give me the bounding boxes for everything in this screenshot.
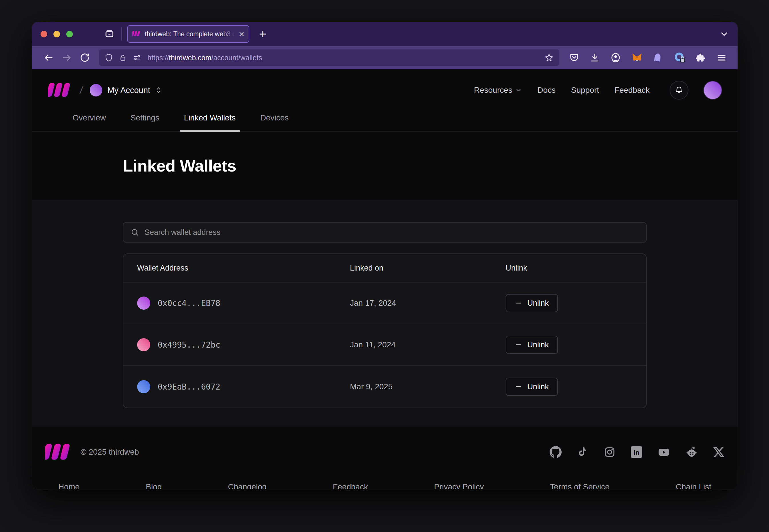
wallet-avatar [137, 297, 150, 310]
reddit-icon[interactable] [686, 446, 698, 458]
footer-link-changelog[interactable]: Changelog [228, 482, 267, 489]
linked-on-cell: Jan 17, 2024 [350, 299, 506, 308]
browser-window: thirdweb: The complete web3 de × + [32, 22, 738, 489]
nav-feedback[interactable]: Feedback [615, 86, 650, 95]
wallet-avatar [137, 338, 150, 351]
tab-title: thirdweb: The complete web3 de [145, 30, 235, 38]
user-avatar[interactable] [704, 81, 722, 99]
browser-toolbar: https://thirdweb.com/account/wallets [32, 46, 738, 69]
footer-link-blog[interactable]: Blog [146, 482, 162, 489]
github-icon[interactable] [549, 446, 561, 458]
notifications-button[interactable] [670, 81, 689, 100]
tab-settings[interactable]: Settings [126, 113, 163, 131]
permissions-icon[interactable] [132, 53, 142, 62]
thirdweb-footer-logo[interactable] [45, 443, 72, 461]
pocket-icon[interactable] [569, 53, 579, 63]
chevron-down-icon [515, 87, 522, 94]
tab-close-icon[interactable]: × [239, 29, 244, 39]
svg-text:in: in [634, 449, 639, 456]
lock-icon[interactable] [119, 54, 127, 62]
minus-icon [515, 383, 522, 390]
table-row: 0x0cc4...EB78 Jan 17, 2024 Unlink [123, 283, 646, 324]
nav-support[interactable]: Support [571, 86, 599, 95]
close-window-button[interactable] [41, 31, 47, 37]
nav-resources[interactable]: Resources [474, 86, 522, 95]
copyright-text: © 2025 thirdweb [80, 448, 139, 457]
column-wallet-address: Wallet Address [137, 264, 350, 273]
url-path: /account/wallets [212, 54, 262, 62]
password-manager-extension-icon[interactable] [674, 52, 686, 63]
header-nav: Resources Docs Support Feedback [474, 81, 722, 100]
minimize-window-button[interactable] [53, 31, 60, 37]
extensions-puzzle-icon[interactable] [696, 53, 706, 63]
tracking-shield-icon[interactable] [104, 53, 113, 62]
social-links: in [549, 446, 724, 458]
phantom-extension-icon[interactable] [653, 52, 664, 63]
url-bar[interactable]: https://thirdweb.com/account/wallets [99, 49, 559, 66]
x-icon[interactable] [713, 446, 724, 458]
column-unlink: Unlink [506, 264, 633, 273]
footer-link-chain-list[interactable]: Chain List [676, 482, 711, 489]
menu-hamburger-icon[interactable] [716, 53, 727, 63]
footer-link-terms-of-service[interactable]: Terms of Service [550, 482, 610, 489]
account-avatar [90, 84, 102, 96]
tab-overview[interactable]: Overview [68, 113, 110, 131]
table-row: 0x4995...72bc Jan 11, 2024 Unlink [123, 324, 646, 366]
footer-links: Home Blog Changelog Feedback Privacy Pol… [32, 478, 738, 489]
breadcrumb-separator: / [79, 84, 84, 96]
linked-on-cell: Jan 11, 2024 [350, 340, 506, 349]
title-band: Linked Wallets [32, 132, 738, 200]
wallet-search [123, 222, 647, 243]
linked-on-cell: Mar 9, 2025 [350, 382, 506, 391]
account-name[interactable]: My Account [107, 86, 150, 95]
account-icon[interactable] [610, 52, 621, 63]
header-top-row: / My Account Resources Docs Support Feed… [32, 69, 738, 106]
new-tab-button[interactable]: + [259, 27, 267, 41]
browser-tab-bar: thirdweb: The complete web3 de × + [32, 22, 738, 46]
forward-button[interactable] [62, 53, 72, 63]
table-header: Wallet Address Linked on Unlink [123, 254, 646, 283]
nav-docs[interactable]: Docs [537, 86, 555, 95]
url-scheme: https:// [147, 54, 169, 62]
account-tabs: Overview Settings Linked Wallets Devices [32, 106, 738, 132]
instagram-icon[interactable] [604, 446, 615, 458]
account-switcher-icon[interactable] [154, 86, 163, 94]
search-icon [130, 228, 139, 237]
tiktok-icon[interactable] [577, 446, 589, 458]
main-section: Wallet Address Linked on Unlink 0x0cc4..… [32, 200, 738, 426]
browser-tab[interactable]: thirdweb: The complete web3 de × [127, 25, 249, 43]
wallet-avatar [137, 380, 150, 393]
tab-linked-wallets[interactable]: Linked Wallets [180, 113, 240, 132]
url-domain: thirdweb.com [169, 54, 212, 62]
bell-icon [675, 86, 684, 95]
tab-devices[interactable]: Devices [256, 113, 293, 131]
wallet-address-cell: 0x4995...72bc [137, 338, 350, 351]
zoom-window-button[interactable] [66, 31, 73, 37]
thirdweb-logo[interactable] [48, 82, 73, 98]
linkedin-icon[interactable]: in [631, 446, 642, 458]
footer-link-feedback[interactable]: Feedback [333, 482, 368, 489]
minus-icon [515, 341, 522, 348]
search-input[interactable] [144, 228, 639, 237]
unlink-button[interactable]: Unlink [506, 336, 558, 354]
wallet-address-cell: 0x0cc4...EB78 [137, 297, 350, 310]
reload-button[interactable] [80, 53, 90, 63]
firefox-view-icon[interactable] [104, 29, 114, 39]
unlink-button[interactable]: Unlink [506, 378, 558, 396]
table-row: 0x9EaB...6072 Mar 9, 2025 Unlink [123, 366, 646, 408]
site-footer: © 2025 thirdweb in [32, 426, 738, 489]
download-icon[interactable] [590, 53, 600, 63]
unlink-button[interactable]: Unlink [506, 294, 558, 312]
list-tabs-chevron-icon[interactable] [719, 29, 729, 39]
youtube-icon[interactable] [658, 446, 670, 458]
back-button[interactable] [43, 53, 54, 63]
site-header: / My Account Resources Docs Support Feed… [32, 69, 738, 132]
traffic-lights [41, 31, 73, 37]
toolbar-extensions [569, 52, 727, 63]
page-title: Linked Wallets [123, 156, 647, 175]
wallets-table: Wallet Address Linked on Unlink 0x0cc4..… [123, 253, 647, 408]
footer-link-privacy-policy[interactable]: Privacy Policy [434, 482, 484, 489]
bookmark-star-icon[interactable] [544, 53, 553, 62]
metamask-extension-icon[interactable] [631, 52, 643, 63]
footer-link-home[interactable]: Home [58, 482, 80, 489]
